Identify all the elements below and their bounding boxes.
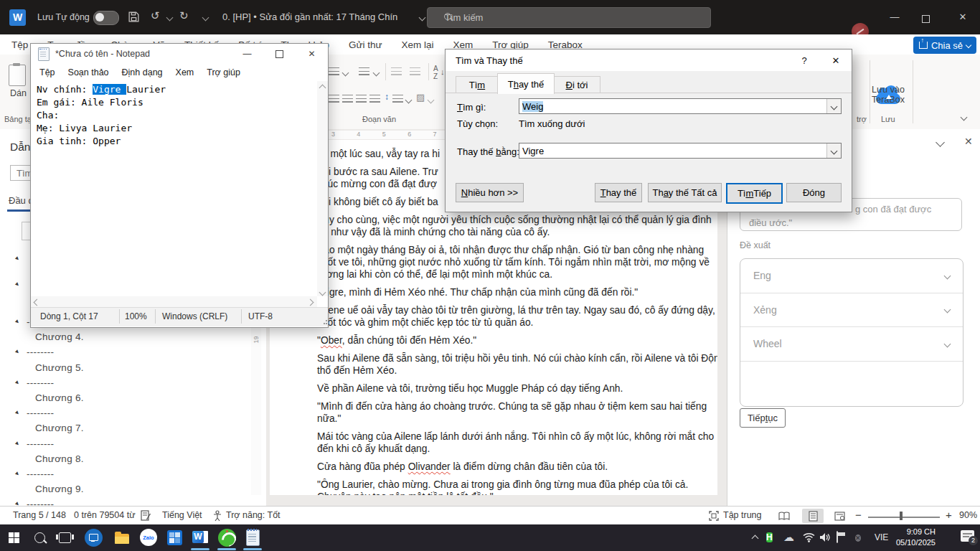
tab-find[interactable]: Tìm (456, 76, 499, 93)
notepad-close-button[interactable]: ✕ (296, 44, 328, 64)
file-explorer-icon[interactable] (113, 528, 131, 547)
notepad-horizontal-scrollbar[interactable] (31, 296, 317, 307)
align-left-icon[interactable] (329, 95, 339, 103)
scroll-right-icon[interactable] (307, 299, 314, 306)
find-next-button[interactable]: Tìm Tiếp (726, 183, 783, 204)
paragraph[interactable]: Vào một ngày tháng Bảy oi ả, tôi nhận đư… (317, 244, 717, 281)
h-tray-app-icon[interactable]: H (766, 532, 773, 544)
align-right-icon[interactable] (356, 95, 367, 103)
remote-desktop-app-icon[interactable] (84, 528, 103, 547)
dialog-help-button[interactable]: ? (788, 50, 820, 71)
print-layout-icon[interactable] (802, 509, 824, 523)
more-button[interactable]: Nhiều hơn >> (456, 183, 524, 202)
expand-triangle-icon[interactable]: ▼ (13, 255, 22, 263)
paragraph[interactable]: Suy cho cùng, việc một người yêu thích c… (317, 214, 717, 239)
wifi-icon[interactable] (803, 532, 815, 542)
chevron-down-icon[interactable] (944, 272, 951, 279)
zoom-out-button[interactable]: − (855, 509, 862, 521)
scroll-left-icon[interactable] (34, 299, 41, 306)
close-button[interactable]: Đóng (786, 183, 842, 202)
volume-icon[interactable] (819, 532, 831, 542)
notepad-menu-item[interactable]: Trợ giúp (207, 67, 240, 77)
suggestion-row[interactable]: Wheel (740, 327, 963, 362)
numbered-list-icon[interactable] (329, 67, 339, 75)
continue-button[interactable]: Tiếp tục (740, 408, 786, 428)
document-title[interactable]: 0. [HP] • Sửa đổi gần nhất: 17 Tháng Chí… (222, 11, 397, 22)
ribbon-tab[interactable]: Gửi thư (349, 39, 382, 50)
line-spacing-icon[interactable]: ↕ (385, 92, 389, 102)
read-mode-icon[interactable] (773, 509, 795, 523)
notepad-taskbar-icon[interactable] (243, 528, 262, 547)
sort-icon[interactable]: AZ (433, 65, 438, 80)
find-replace-dialog[interactable]: Tìm và Thay thế ? ✕ Tìm Thay thế Đi tới … (445, 49, 852, 212)
expand-triangle-icon[interactable]: ▼ (13, 378, 22, 387)
nav-item[interactable]: ▼ -------- (0, 405, 266, 420)
paragraph[interactable]: Mái tóc vàng của Ailene lấp lánh dưới án… (317, 430, 717, 456)
notepad-window[interactable]: *Chưa có tên - Notepad — ✕ TệpSoạn thảoĐ… (30, 43, 329, 328)
shading-icon[interactable]: ▨ (416, 92, 425, 103)
disconnected-icon[interactable]: ✕ (855, 532, 861, 545)
word-app-taskbar-icon[interactable]: W (191, 528, 209, 547)
notepad-menu-item[interactable]: Tệp (39, 67, 55, 77)
redo-icon[interactable]: ↻ (179, 9, 189, 22)
expand-triangle-icon[interactable]: ▼ (13, 469, 22, 478)
zoom-level[interactable]: 90% (959, 510, 977, 520)
start-button[interactable] (4, 528, 23, 547)
onedrive-icon[interactable]: ☁ (783, 531, 794, 544)
align-center-icon[interactable] (342, 95, 353, 103)
line-spacing-dropdown-icon[interactable] (405, 97, 413, 104)
expand-triangle-icon[interactable]: ▼ (13, 281, 22, 289)
expand-triangle-icon[interactable]: ▼ (13, 409, 22, 418)
title-dropdown-icon[interactable] (419, 14, 426, 22)
notepad-menu-item[interactable]: Soạn thảo (68, 67, 109, 77)
ribbon-tab[interactable]: Xem lại (402, 39, 434, 50)
suggestion-row[interactable]: Xẻng (740, 293, 963, 328)
focus-mode-button[interactable]: Tập trung (723, 510, 762, 520)
minimize-button[interactable]: — (884, 11, 905, 22)
zoom-slider-thumb[interactable] (900, 512, 903, 520)
autosave-toggle[interactable] (93, 11, 119, 25)
multilevel-list-icon[interactable] (359, 67, 369, 75)
hidden-icons-chevron[interactable] (752, 535, 759, 542)
expand-triangle-icon[interactable]: ▼ (13, 318, 22, 326)
collapse-ribbon-icon[interactable] (961, 114, 968, 121)
close-button[interactable]: ✕ (952, 11, 974, 22)
clock[interactable]: 9:09 CH 05/10/2025 (896, 527, 936, 548)
taskbar-search-icon[interactable] (30, 528, 49, 547)
search-input[interactable]: Tìm kiếm (427, 7, 711, 28)
paragraph[interactable]: "Mình đi đến cửa hàng áo choàng trước. C… (317, 400, 717, 425)
zoom-in-button[interactable]: + (946, 509, 952, 521)
notepad-menu-item[interactable]: Xem (176, 67, 194, 77)
undo-icon[interactable]: ↺ (151, 9, 160, 22)
web-layout-icon[interactable] (829, 509, 850, 523)
replace-input[interactable]: Vigre (519, 143, 842, 159)
scroll-up-icon[interactable] (319, 85, 326, 92)
chevron-down-icon[interactable] (944, 306, 951, 314)
nav-item[interactable]: ▼ Chương 6. (0, 390, 266, 405)
nav-item[interactable]: ▼ Chương 9. (0, 481, 266, 496)
tab-replace[interactable]: Thay thế (497, 73, 555, 94)
save-icon[interactable] (128, 11, 140, 23)
tab-goto[interactable]: Đi tới (553, 76, 600, 93)
expand-triangle-icon[interactable]: ▼ (13, 439, 22, 448)
find-dropdown-icon[interactable] (826, 99, 841, 113)
replace-all-button[interactable]: Thay thế Tất cả (648, 183, 722, 202)
numbered-list-dropdown-icon[interactable] (342, 70, 349, 77)
paste-button-label[interactable]: Dán (10, 88, 27, 98)
nav-item[interactable]: ▼ -------- (0, 496, 266, 506)
coccoc-browser-icon[interactable] (217, 528, 236, 547)
restore-button[interactable] (922, 13, 930, 26)
notepad-text-area[interactable]: Nv chính: Vigre Laurier Em gái: Aile Flo… (31, 81, 317, 296)
expand-triangle-icon[interactable]: ▼ (13, 500, 22, 506)
nav-item[interactable]: ▼ -------- (0, 375, 266, 390)
replace-dropdown-icon[interactable] (826, 143, 841, 158)
paste-icon[interactable] (9, 65, 26, 86)
paragraph[interactable]: Về phần Ailene và tôi, trường tiểu học M… (317, 382, 717, 395)
justify-icon[interactable] (369, 95, 380, 103)
nav-item[interactable]: ▼ -------- (0, 466, 266, 481)
chevron-down-icon[interactable] (944, 340, 951, 347)
undo-dropdown-icon[interactable] (166, 14, 174, 22)
notepad-maximize-button[interactable] (263, 44, 296, 64)
ribbon-tab[interactable]: Tệp (11, 39, 28, 50)
share-button[interactable]: Chia sẻ (913, 37, 976, 54)
